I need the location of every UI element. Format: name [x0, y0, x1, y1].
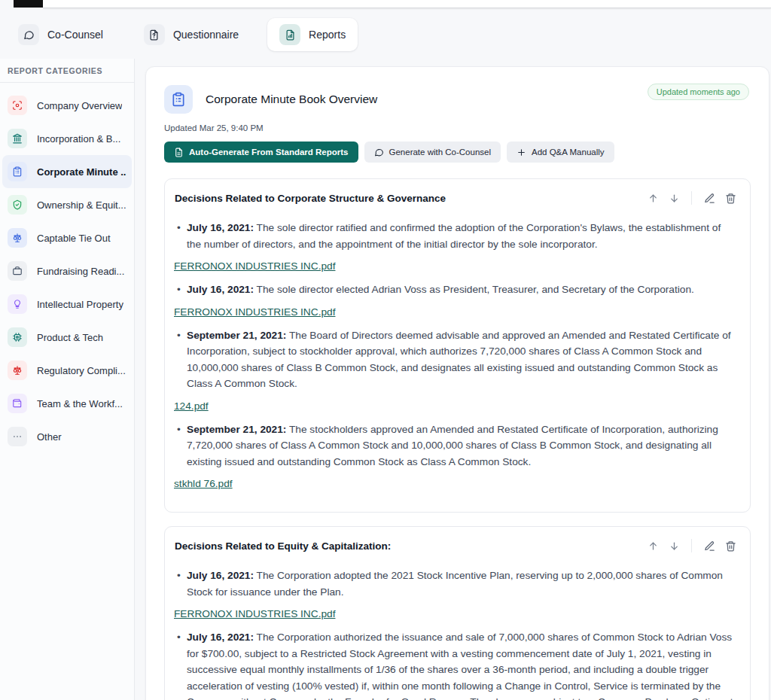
decision-bullet: September 21, 2021: The Board of Directo… [174, 327, 737, 392]
source-document-link[interactable]: FERRONOX INDUSTRIES INC.pdf [174, 306, 335, 318]
section-card: Decisions Related to Equity & Capitaliza… [164, 526, 751, 700]
clipboard-icon [164, 85, 193, 114]
decision-bullet: July 16, 2021: The Corporation adopted t… [174, 568, 737, 600]
browser-dark-tab [14, 0, 43, 8]
section-body: July 16, 2021: The Corporation adopted t… [174, 568, 739, 700]
tab-label: Co-Counsel [47, 29, 103, 41]
add-q-a-manually-button[interactable]: Add Q&A Manually [507, 142, 614, 163]
report-sections: Decisions Related to Corporate Structure… [164, 178, 751, 700]
sidebar-item-label: Ownership & Equit... [37, 199, 126, 211]
sidebar-list: Company OverviewIncorporation & B...Corp… [0, 89, 134, 453]
section-card-header: Decisions Related to Corporate Structure… [174, 189, 739, 207]
sidebar-item-label: Corporate Minute ... [37, 166, 126, 178]
move-up-button[interactable] [644, 189, 662, 207]
source-document-link[interactable]: 124.pdf [174, 400, 209, 412]
decision-date: July 16, 2021: [187, 570, 254, 581]
arrow-up-icon [648, 540, 659, 552]
tab-reports[interactable]: Reports [267, 18, 358, 51]
sidebar-item-label: Other [37, 431, 62, 443]
briefcase-icon [8, 261, 27, 281]
report-doc-icon [279, 24, 300, 45]
decision-bullet: July 16, 2021: The Corporation authorize… [174, 629, 737, 700]
section-title: Decisions Related to Equity & Capitaliza… [174, 540, 391, 552]
source-document-link[interactable]: FERRONOX INDUSTRIES INC.pdf [174, 608, 335, 619]
sidebar-item-ownership-equit[interactable]: Ownership & Equit... [2, 188, 132, 221]
sidebar-item-product-tech[interactable]: Product & Tech [2, 321, 132, 354]
sidebar-item-label: Incorporation & B... [37, 133, 120, 145]
decision-date: September 21, 2021: [187, 330, 286, 341]
question-doc-icon [144, 24, 165, 45]
actions-divider [691, 539, 692, 552]
sidebar-item-label: Team & the Workf... [37, 398, 123, 409]
delete-button[interactable] [721, 537, 739, 555]
browser-toolbar-edge [43, 0, 771, 8]
chat-icon [18, 24, 39, 45]
shield-check-icon [8, 195, 27, 215]
decision-date: July 16, 2021: [187, 284, 254, 295]
bank-icon [8, 129, 27, 148]
report-panel: Corporate Minute Book Overview Updated m… [145, 66, 769, 700]
sidebar-item-label: Regulatory Compli... [37, 365, 126, 376]
generate-with-co-counsel-button[interactable]: Generate with Co-Counsel [364, 142, 501, 163]
report-header: Corporate Minute Book Overview Updated m… [164, 85, 751, 114]
tab-co-counsel[interactable]: Co-Counsel [6, 18, 115, 51]
lightbulb-icon [8, 294, 27, 314]
source-document-link[interactable]: stkhld 76.pdf [174, 478, 233, 489]
scales-icon [8, 228, 27, 248]
section-actions [644, 189, 739, 207]
move-down-button[interactable] [665, 189, 683, 207]
sidebar-item-regulatory-compli[interactable]: Regulatory Compli... [2, 354, 132, 387]
sidebar-item-label: Product & Tech [37, 332, 103, 343]
sidebar-item-intellectual-property[interactable]: Intellectual Property [2, 288, 132, 321]
ellipsis-icon [8, 427, 27, 446]
source-document-link[interactable]: FERRONOX INDUSTRIES INC.pdf [174, 260, 335, 272]
decision-date: September 21, 2021: [187, 424, 286, 435]
chat-icon [374, 148, 384, 157]
sidebar-item-incorporation-b[interactable]: Incorporation & B... [2, 122, 132, 155]
updated-timestamp: Updated Mar 25, 9:40 PM [164, 123, 751, 132]
sidebar-item-label: Fundraising Readi... [37, 266, 124, 277]
sidebar-item-captable-tie-out[interactable]: Captable Tie Out [2, 221, 132, 254]
sidebar-item-company-overview[interactable]: Company Overview [2, 89, 132, 122]
sidebar-item-corporate-minute[interactable]: Corporate Minute ... [2, 155, 132, 188]
edit-button[interactable] [700, 537, 718, 555]
document-icon [174, 148, 184, 157]
pencil-icon [704, 193, 715, 204]
move-down-button[interactable] [665, 537, 683, 555]
section-title: Decisions Related to Corporate Structure… [174, 193, 446, 204]
tab-label: Reports [309, 29, 346, 41]
clipboard-icon [8, 162, 27, 181]
section-actions [644, 537, 739, 555]
decision-date: July 16, 2021: [187, 222, 254, 233]
sidebar-item-label: Captable Tie Out [37, 233, 111, 244]
trash-icon [725, 193, 736, 204]
decision-bullet: July 16, 2021: The sole director ratifie… [174, 220, 737, 252]
section-card: Decisions Related to Corporate Structure… [164, 178, 751, 513]
updated-badge: Updated moments ago [648, 84, 749, 100]
arrow-down-icon [669, 540, 680, 552]
page-title: Corporate Minute Book Overview [206, 93, 377, 106]
browser-chrome [0, 0, 771, 9]
sidebar-item-label: Company Overview [37, 100, 122, 111]
tab-questionnaire[interactable]: Questionnaire [132, 18, 251, 51]
pencil-icon [704, 540, 715, 552]
scan-eye-icon [8, 96, 27, 115]
sidebar-item-label: Intellectual Property [37, 299, 123, 310]
decision-bullet: July 16, 2021: The sole director elected… [174, 282, 737, 298]
sidebar-divider [0, 82, 134, 83]
scales-icon [8, 361, 27, 380]
tab-label: Questionnaire [173, 29, 239, 41]
plus-icon [517, 148, 526, 157]
trash-icon [725, 540, 736, 552]
sidebar-heading: REPORT CATEGORIES [8, 66, 134, 75]
sidebar-item-team-the-workf[interactable]: Team & the Workf... [2, 387, 132, 420]
wallet-icon [8, 394, 27, 413]
sidebar-item-fundraising-readi[interactable]: Fundraising Readi... [2, 254, 132, 288]
edit-button[interactable] [700, 189, 718, 207]
chip-icon [8, 327, 27, 347]
auto-generate-from-standard-reports-button[interactable]: Auto-Generate From Standard Reports [164, 142, 358, 163]
arrow-down-icon [669, 193, 680, 204]
sidebar-item-other[interactable]: Other [2, 420, 132, 453]
delete-button[interactable] [721, 189, 739, 207]
move-up-button[interactable] [644, 537, 662, 555]
